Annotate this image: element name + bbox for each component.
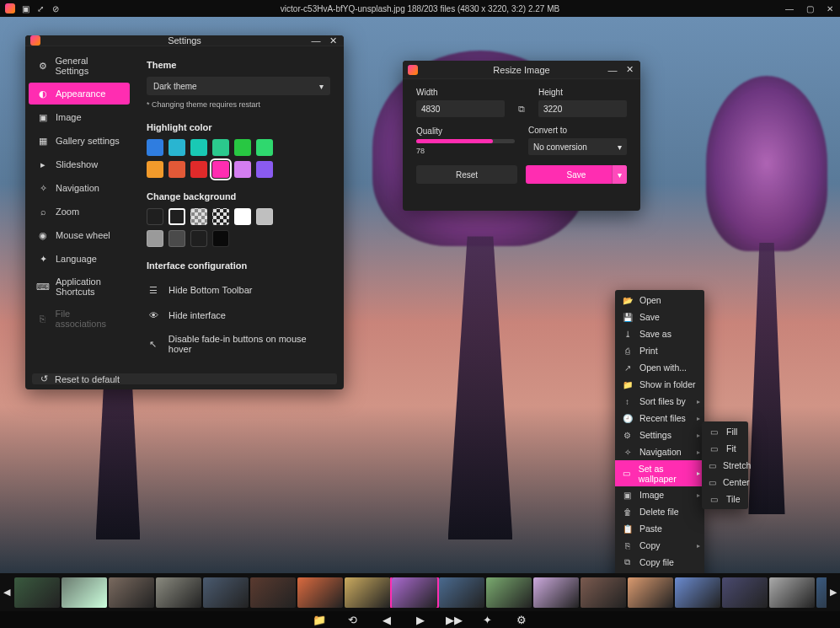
ctx-image[interactable]: ▣Image▸ <box>615 486 704 503</box>
close-icon[interactable]: ✕ <box>622 63 637 77</box>
close-button[interactable]: ✕ <box>820 0 840 17</box>
wallpaper-tile[interactable]: ▭Tile <box>702 491 748 507</box>
sidebar-item-zoom[interactable]: ⌕Zoom <box>29 201 130 223</box>
thumbnail[interactable] <box>722 577 768 608</box>
color-swatch[interactable] <box>169 139 185 156</box>
thumbnail[interactable] <box>156 577 201 608</box>
height-input[interactable] <box>538 100 627 117</box>
thumbnail[interactable] <box>628 577 673 608</box>
background-swatch[interactable] <box>190 208 207 225</box>
ctx-recent-files[interactable]: 🕘Recent files▸ <box>615 410 704 427</box>
thumbnail[interactable] <box>675 577 720 608</box>
sidebar-item-image[interactable]: ▣Image <box>29 106 130 128</box>
ctx-print[interactable]: ⎙Print <box>615 342 704 359</box>
thumbnail-scroll[interactable] <box>13 577 827 608</box>
wallpaper-fill[interactable]: ▭Fill <box>702 423 748 440</box>
thumbnail[interactable] <box>345 577 390 608</box>
thumbnail[interactable] <box>109 577 154 608</box>
interface-toggle-disable-fade-in-buttons-on-mouse-hover[interactable]: ↖Disable fade-in buttons on mouse hover <box>147 328 330 360</box>
sidebar-item-gallery-settings[interactable]: ▦Gallery settings <box>29 130 130 152</box>
resize-header[interactable]: Resize Image — ✕ <box>403 61 640 79</box>
save-button[interactable]: Save ▾ <box>526 165 627 184</box>
color-swatch[interactable] <box>169 161 185 178</box>
color-swatch[interactable] <box>212 139 229 156</box>
background-swatch[interactable] <box>256 208 273 225</box>
link-icon[interactable]: ⊘ <box>51 3 61 13</box>
color-swatch[interactable] <box>190 161 207 178</box>
sidebar-item-slideshow[interactable]: ▸Slideshow <box>29 153 130 175</box>
maximize-button[interactable]: ▢ <box>800 0 820 17</box>
prev-icon[interactable]: ◀ <box>379 612 394 627</box>
background-swatch[interactable] <box>212 208 229 225</box>
background-swatch[interactable] <box>212 230 229 247</box>
ctx-settings[interactable]: ⚙Settings▸ <box>615 427 704 443</box>
image-icon[interactable]: ▣ <box>20 3 30 13</box>
ctx-open-with-[interactable]: ↗Open with... <box>615 359 704 376</box>
thumbnail[interactable] <box>297 577 343 608</box>
thumbnail[interactable] <box>486 577 532 608</box>
folder-icon[interactable]: 📁 <box>312 612 327 627</box>
background-swatch[interactable] <box>169 208 185 225</box>
thumbnail[interactable] <box>769 577 815 608</box>
color-swatch[interactable] <box>190 139 207 156</box>
background-swatch[interactable] <box>147 208 163 225</box>
save-dropdown-icon[interactable]: ▾ <box>612 165 627 184</box>
color-swatch[interactable] <box>212 161 229 178</box>
minimize-icon[interactable]: — <box>308 34 324 47</box>
background-swatch[interactable] <box>234 208 251 225</box>
ctx-save[interactable]: 💾Save <box>615 309 704 325</box>
ctx-navigation[interactable]: ✧Navigation▸ <box>615 443 704 460</box>
slideshow-icon[interactable]: ✦ <box>480 612 495 627</box>
ctx-save-as[interactable]: ⤓Save as <box>615 325 704 342</box>
thumbnail[interactable] <box>250 577 296 608</box>
wallpaper-stretch[interactable]: ▭Stretch <box>702 457 748 474</box>
ctx-copy-file[interactable]: ⧉Copy file <box>615 554 704 571</box>
thumb-next-button[interactable]: ▶ <box>827 573 840 611</box>
ctx-paste[interactable]: 📋Paste <box>615 520 704 537</box>
sidebar-item-appearance[interactable]: ◐Appearance <box>29 83 130 105</box>
quality-slider[interactable] <box>416 139 515 143</box>
wallpaper-center[interactable]: ▭Center <box>702 474 748 491</box>
width-input[interactable] <box>416 100 505 117</box>
reset-button[interactable]: Reset <box>416 165 517 184</box>
play-icon[interactable]: ▶ <box>413 612 428 627</box>
thumbnail[interactable] <box>439 577 484 608</box>
settings-icon[interactable]: ⚙ <box>514 612 529 627</box>
rotate-icon[interactable]: ⟲ <box>345 612 361 627</box>
interface-toggle-hide-interface[interactable]: 👁Hide interface <box>147 303 330 328</box>
theme-select[interactable]: Dark theme ▾ <box>147 77 330 95</box>
ctx-set-as-wallpaper[interactable]: ▭Set as wallpaper▸ <box>615 460 704 486</box>
ctx-copy[interactable]: ⎘Copy▸ <box>615 537 704 554</box>
color-swatch[interactable] <box>147 161 163 178</box>
color-swatch[interactable] <box>256 139 273 156</box>
thumbnail[interactable] <box>62 577 107 608</box>
thumb-prev-button[interactable]: ◀ <box>0 573 13 611</box>
wallpaper-fit[interactable]: ▭Fit <box>702 440 748 457</box>
settings-header[interactable]: Settings — ✕ <box>25 35 344 46</box>
ctx-open[interactable]: 📂Open <box>615 292 704 309</box>
thumbnail[interactable] <box>533 577 579 608</box>
color-swatch[interactable] <box>234 161 251 178</box>
minimize-icon[interactable]: — <box>605 63 620 77</box>
color-swatch[interactable] <box>234 139 251 156</box>
thumbnail[interactable] <box>14 577 60 608</box>
color-swatch[interactable] <box>147 139 163 156</box>
sidebar-item-general-settings[interactable]: ⚙General Settings <box>29 51 130 81</box>
minimize-button[interactable]: — <box>779 0 800 17</box>
sidebar-item-navigation[interactable]: ✧Navigation <box>29 177 130 199</box>
color-swatch[interactable] <box>256 161 273 178</box>
thumbnail[interactable] <box>392 577 437 608</box>
restore-icon[interactable]: ⤢ <box>35 3 45 13</box>
reset-default-button[interactable]: ↺ Reset to default <box>32 373 337 384</box>
convert-select[interactable]: No conversion ▾ <box>528 138 627 155</box>
ctx-show-in-folder[interactable]: 📁Show in folder <box>615 376 704 393</box>
sidebar-item-language[interactable]: ✦Language <box>29 248 130 270</box>
sidebar-item-application-shortcuts[interactable]: ⌨Application Shortcuts <box>29 271 130 302</box>
sidebar-item-mouse-wheel[interactable]: ◉Mouse wheel <box>29 224 130 246</box>
thumbnail[interactable] <box>816 577 827 608</box>
background-swatch[interactable] <box>190 230 207 247</box>
background-swatch[interactable] <box>147 230 163 247</box>
ctx-sort-files-by[interactable]: ↕Sort files by▸ <box>615 393 704 410</box>
aspect-lock-icon[interactable]: ⧉ <box>513 100 530 117</box>
background-swatch[interactable] <box>169 230 185 247</box>
